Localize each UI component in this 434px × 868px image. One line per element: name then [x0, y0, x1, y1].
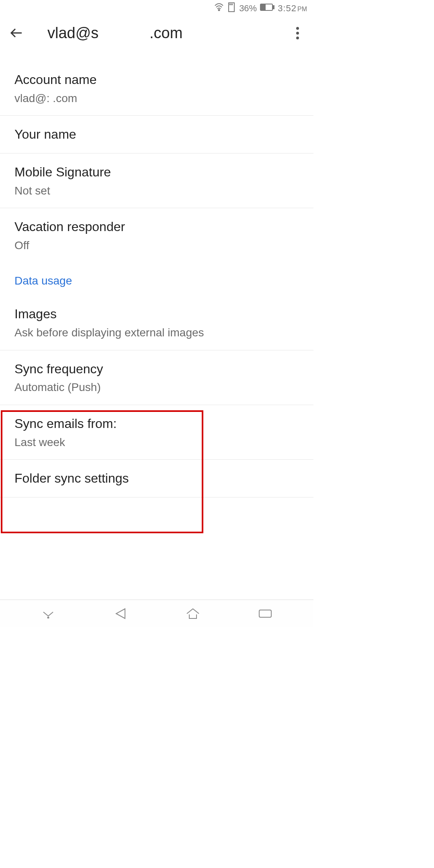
nav-recents-icon[interactable]: [255, 606, 275, 622]
setting-value: Ask before displaying external images: [14, 326, 299, 340]
setting-value: vlad@: .com: [14, 91, 299, 106]
sync-frequency-item[interactable]: Sync frequency Automatic (Push): [0, 350, 313, 405]
setting-value: Automatic (Push): [14, 380, 299, 395]
setting-title: Vacation responder: [14, 218, 299, 236]
status-time: 3:52PM: [278, 3, 307, 14]
setting-title: Sync frequency: [14, 360, 299, 378]
images-item[interactable]: Images Ask before displaying external im…: [0, 295, 313, 350]
folder-sync-settings-item[interactable]: Folder sync settings: [0, 460, 313, 497]
nav-chevron-down-icon[interactable]: [38, 606, 58, 622]
back-button[interactable]: [9, 26, 23, 40]
your-name-item[interactable]: Your name: [0, 116, 313, 154]
battery-percent: 36%: [239, 3, 257, 14]
svg-rect-5: [272, 6, 274, 9]
setting-title: Account name: [14, 71, 299, 89]
setting-title: Images: [14, 305, 299, 323]
mobile-signature-item[interactable]: Mobile Signature Not set: [0, 154, 313, 208]
battery-icon: [260, 3, 274, 14]
app-header: vlad@s .com: [0, 17, 313, 49]
status-bar: 36% 3:52PM: [0, 0, 313, 17]
page-title: vlad@s .com: [47, 25, 290, 42]
setting-value: Last week: [14, 435, 299, 450]
svg-point-0: [219, 10, 220, 11]
sd-card-icon: [227, 2, 236, 15]
vacation-responder-item[interactable]: Vacation responder Off: [0, 208, 313, 262]
setting-title: Sync emails from:: [14, 415, 299, 433]
setting-value: Off: [14, 238, 299, 253]
setting-title: Your name: [14, 125, 299, 143]
nav-back-icon[interactable]: [111, 606, 131, 622]
settings-list: Account name vlad@: .com Your name Mobil…: [0, 49, 313, 497]
nav-home-icon[interactable]: [183, 606, 203, 622]
svg-marker-9: [116, 609, 125, 618]
data-usage-header: Data usage: [0, 262, 313, 295]
wifi-icon: [214, 2, 224, 14]
svg-rect-6: [261, 5, 265, 10]
setting-title: Folder sync settings: [14, 469, 299, 487]
account-name-item[interactable]: Account name vlad@: .com: [0, 61, 313, 116]
svg-rect-10: [259, 610, 271, 617]
sync-emails-from-item[interactable]: Sync emails from: Last week: [0, 405, 313, 460]
system-nav-bar: [0, 600, 313, 627]
setting-value: Not set: [14, 184, 299, 198]
more-menu-button[interactable]: [290, 26, 305, 40]
svg-point-8: [48, 617, 49, 618]
setting-title: Mobile Signature: [14, 163, 299, 181]
